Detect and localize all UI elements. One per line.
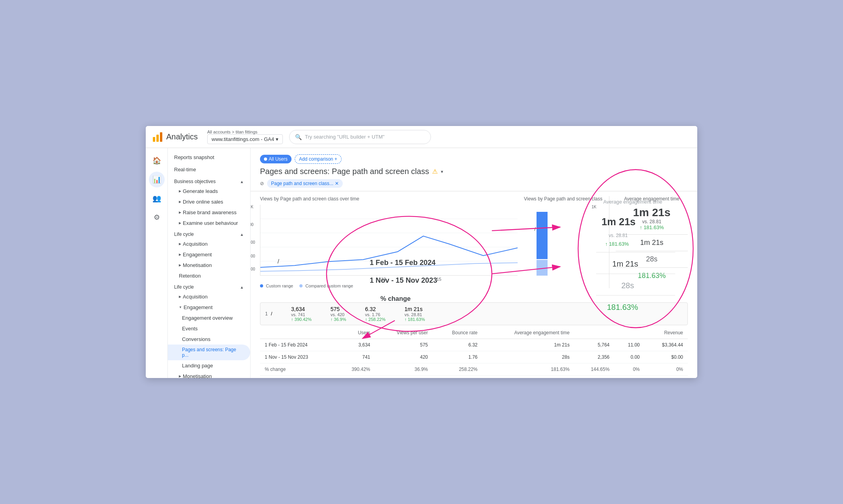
svg-rect-1	[156, 135, 159, 142]
row-nov-revenue: $0.00	[644, 351, 688, 363]
row-nov-label: 1 Nov - 15 Nov 2023	[260, 351, 335, 363]
triangle-icon: ▶	[179, 253, 181, 256]
property-selector[interactable]: www.titanfittings.com - GA4 ▾	[207, 134, 283, 144]
all-users-pill[interactable]: All Users	[260, 155, 292, 163]
summary-views: 575	[331, 306, 346, 312]
sidebar-item-drive-online-sales[interactable]: ▶ Drive online sales	[168, 196, 250, 207]
sidebar-item-monetisation-2[interactable]: ▶ Monetisation	[168, 371, 250, 378]
sidebar-item-reports-snapshot[interactable]: Reports snapshot	[168, 151, 250, 163]
filter-chip-page-path[interactable]: Page path and screen class... ✕	[267, 179, 343, 188]
settings-nav-icon[interactable]: ⚙	[149, 209, 165, 225]
triangle-icon: ▶	[179, 295, 181, 298]
row-feb-label: 1 Feb - 15 Feb 2024	[260, 339, 335, 351]
page-title: Pages and screens: Page path and screen …	[260, 167, 429, 176]
row-nov-bounce: 1.76	[433, 351, 482, 363]
top-bar: Analytics All accounts > titan fittings …	[146, 126, 697, 148]
sidebar-item-engagement-1[interactable]: ▶ Engagement	[168, 249, 250, 260]
search-bar[interactable]: 🔍 Try searching "URL builder + UTM"	[289, 130, 431, 144]
reports-snapshot-label: Reports snapshot	[174, 154, 214, 160]
add-comparison-button[interactable]: Add comparison +	[295, 154, 342, 164]
logo-area: Analytics	[152, 132, 198, 143]
sidebar-section-business-objectives[interactable]: Business objectives ▲	[168, 176, 250, 186]
sidebar-item-acquisition-2[interactable]: ▶ Acquisition	[168, 291, 250, 302]
analytics-logo-icon	[152, 132, 163, 143]
main-layout: 🏠 📊 👥 ⚙ Reports snapshot Real-time Busin…	[146, 148, 697, 378]
row-feb-bounce: 6.32	[433, 339, 482, 351]
chevron-up-icon: ▲	[240, 285, 244, 289]
sidebar-item-conversions[interactable]: Conversions	[168, 334, 250, 345]
col-header-col6	[574, 327, 614, 339]
filter-icon: ⊘	[260, 181, 264, 186]
breadcrumb: All accounts > titan fittings	[207, 130, 283, 134]
page-title-row: All Users Add comparison +	[260, 154, 688, 164]
col-header-bounce: Bounce rate	[433, 327, 482, 339]
sidebar-item-generate-leads[interactable]: ▶ Generate leads	[168, 186, 250, 196]
content-header: All Users Add comparison + Pages and scr…	[251, 148, 697, 191]
summary-engagement: 1m 21s	[405, 306, 425, 312]
sidebar-item-pages-screens[interactable]: Pages and screens: Page p...	[168, 345, 250, 360]
sidebar-item-raise-brand-awareness[interactable]: ▶ Raise brand awareness	[168, 207, 250, 218]
y-label-200: 200	[251, 267, 255, 271]
triangle-icon: ▶	[179, 221, 181, 225]
summary-bounce-vs: vs. 1.76	[365, 312, 386, 317]
sidebar-section-lifecycle-1[interactable]: Life cycle ▲	[168, 228, 250, 239]
business-objectives-label: Business objectives	[174, 179, 215, 184]
bar-y-label: 1K	[592, 205, 596, 209]
summary-views-pct: ↑ 36.9%	[331, 317, 346, 322]
row-feb-engagement: 1m 21s	[482, 339, 574, 351]
sidebar-section-lifecycle-2[interactable]: Life cycle ▲	[168, 281, 250, 291]
page-title-dropdown-icon[interactable]: ▾	[441, 169, 443, 174]
bar-slash-label: /	[534, 226, 536, 232]
col-header-label	[260, 327, 335, 339]
sidebar-item-examine-user-behaviour[interactable]: ▶ Examine user behaviour	[168, 218, 250, 228]
row-pct-revenue: 0%	[644, 363, 688, 376]
chevron-up-icon: ▲	[240, 180, 244, 184]
bar-chart: 1K /	[524, 205, 603, 276]
sub-value-2: 28s	[616, 255, 688, 263]
y-label-800: 800	[251, 222, 254, 227]
svg-rect-0	[153, 137, 155, 142]
sidebar-item-engagement-2[interactable]: ▼ Engagement	[168, 302, 250, 313]
search-icon: 🔍	[295, 134, 302, 140]
line-chart-svg: /	[260, 205, 518, 275]
triangle-icon: ▶	[179, 242, 181, 246]
avg-engagement-label: Average engagement time	[616, 196, 688, 202]
bar-main	[537, 212, 548, 259]
nav-icons: 🏠 📊 👥 ⚙	[146, 148, 168, 378]
row-feb-views: 575	[375, 339, 433, 351]
row-pct-label: % change	[260, 363, 335, 376]
col-header-views: Views per user	[375, 327, 433, 339]
sidebar-item-retention-1[interactable]: Retention	[168, 271, 250, 281]
col-header-col7	[614, 327, 644, 339]
line-chart-title: Views by Page path and screen class over…	[260, 196, 518, 202]
row-pct-bounce: 258.22%	[433, 363, 482, 376]
sidebar-item-engagement-overview[interactable]: Engagement overview	[168, 313, 250, 323]
triangle-icon: ▶	[179, 374, 181, 378]
triangle-icon: ▶	[179, 189, 181, 193]
summary-users-pct: ↑ 390.42%	[291, 317, 312, 322]
close-icon[interactable]: ✕	[335, 181, 339, 186]
avg-engagement-pct: ↑ 181.63%	[616, 224, 688, 230]
avg-engagement-big: 1m 21s	[616, 206, 688, 219]
people-nav-icon[interactable]: 👥	[149, 191, 165, 206]
row-pct-users: 390.42%	[335, 363, 375, 376]
page-title-full-row: Pages and screens: Page path and screen …	[260, 167, 688, 176]
property-name: www.titanfittings.com - GA4	[212, 136, 274, 142]
home-nav-icon[interactable]: 🏠	[149, 153, 165, 169]
summary-engagement-pct: ↑ 181.63%	[405, 317, 425, 322]
x-axis-label-13: 13	[381, 277, 386, 282]
chart-nav-icon[interactable]: 📊	[149, 172, 165, 187]
summary-users-vs: vs. 741	[291, 312, 312, 317]
sidebar-item-events[interactable]: Events	[168, 323, 250, 334]
sidebar-item-landing-page[interactable]: Landing page	[168, 360, 250, 371]
lifecycle-label-1: Life cycle	[174, 232, 194, 237]
sidebar-item-monetisation-1[interactable]: ▶ Monetisation	[168, 260, 250, 271]
chart-legend: Custom range Compared custom range	[260, 284, 518, 288]
triangle-icon: ▶	[179, 263, 181, 267]
sidebar-item-realtime[interactable]: Real-time	[168, 163, 250, 176]
row-nov-views: 420	[375, 351, 433, 363]
bar-compared	[537, 260, 548, 276]
y-label-1k: 1K	[251, 205, 253, 209]
row-nov-users: 741	[335, 351, 375, 363]
sidebar-item-acquisition-1[interactable]: ▶ Acquisition	[168, 239, 250, 249]
